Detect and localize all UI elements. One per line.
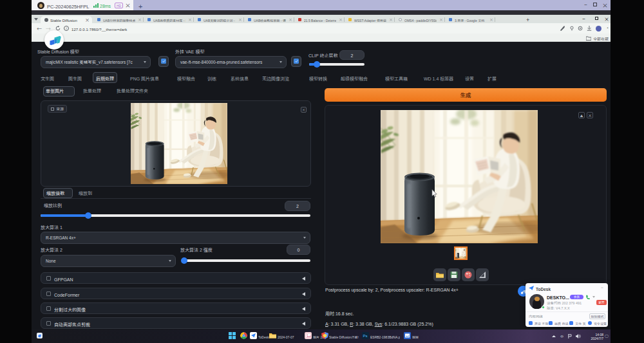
svg-text:Ps: Ps (363, 333, 368, 338)
